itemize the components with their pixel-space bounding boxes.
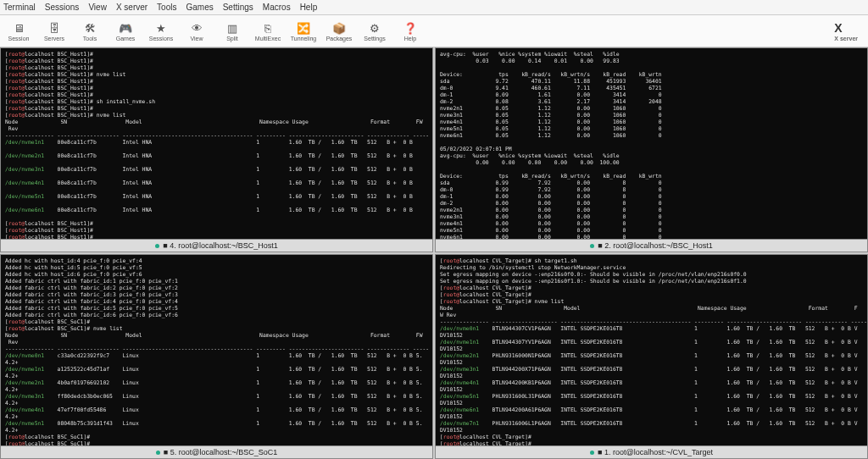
tool-label: Help [404, 36, 416, 41]
tool-label: Servers [44, 36, 64, 41]
split-icon: ▥ [225, 20, 240, 36]
help-icon: ❓ [403, 20, 418, 36]
tool-label: Games [116, 36, 136, 41]
view-icon: 👁 [189, 20, 204, 36]
pane-title[interactable]: ■ 2. root@localhost:~/BSC_Host1 [436, 239, 867, 252]
tool-label: Tunneling [291, 36, 317, 41]
multiexec-icon: ⎘ [260, 20, 275, 36]
tool-label: MultiExec [255, 36, 281, 41]
packages-button[interactable]: 📦Packages [324, 16, 354, 47]
tools-button[interactable]: 🛠Tools [75, 16, 105, 47]
menu-view[interactable]: View [88, 3, 107, 12]
session-button[interactable]: 🖥Session [3, 16, 34, 47]
settings-button[interactable]: ⚙Settings [359, 16, 390, 47]
multiexec-button[interactable]: ⎘MultiExec [253, 16, 283, 47]
packages-icon: 📦 [331, 20, 347, 36]
tool-label: Tools [83, 36, 97, 41]
menu-x-server[interactable]: X server [116, 3, 147, 12]
menubar: TerminalSessionsViewX serverToolsGamesSe… [0, 0, 868, 15]
terminal-output: [root@localhost BSC_Host1]# [root@localh… [1, 48, 432, 239]
pane-title[interactable]: ■ 5. root@localhost:~/BSC_SoC1 [1, 445, 432, 458]
tool-label: Sessions [149, 36, 173, 41]
pane-title[interactable]: ■ 4. root@localhost:~/BSC_Host1 [1, 239, 432, 252]
pane-bsc-host1-iostat[interactable]: avg-cpu: %user %nice %system %iowait %st… [435, 47, 868, 252]
terminal-output: avg-cpu: %user %nice %system %iowait %st… [436, 48, 867, 239]
games-icon: 🎮 [118, 20, 133, 36]
tunneling-icon: 🔀 [296, 20, 311, 36]
pane-cvl-target[interactable]: [root@localhost CVL_Target]# sh target1.… [435, 254, 868, 459]
xserver-close-button[interactable]: XX server [827, 20, 865, 41]
split-button[interactable]: ▥Split [217, 16, 248, 47]
menu-terminal[interactable]: Terminal [3, 3, 36, 12]
servers-icon: 🗄 [47, 20, 62, 36]
menu-games[interactable]: Games [186, 3, 213, 12]
tool-label: Packages [326, 36, 353, 41]
settings-icon: ⚙ [367, 20, 382, 36]
tool-label: Settings [364, 36, 385, 41]
tool-label: Split [226, 36, 238, 41]
session-icon: 🖥 [11, 20, 26, 36]
toolbar: 🖥Session🗄Servers🛠Tools🎮Games★Sessions👁Vi… [0, 15, 868, 47]
sessions-button[interactable]: ★Sessions [146, 16, 176, 47]
terminal-panes: [root@localhost BSC_Host1]# [root@localh… [0, 47, 868, 459]
view-button[interactable]: 👁View [181, 16, 212, 47]
tunneling-button[interactable]: 🔀Tunneling [288, 16, 319, 47]
games-button[interactable]: 🎮Games [110, 16, 141, 47]
pane-title-text: ■ 5. root@localhost:~/BSC_SoC1 [164, 448, 277, 456]
tool-label: Session [8, 36, 30, 41]
pane-bsc-host1-nvme[interactable]: [root@localhost BSC_Host1]# [root@localh… [0, 47, 433, 252]
help-button[interactable]: ❓Help [395, 16, 426, 47]
menu-settings[interactable]: Settings [223, 3, 253, 12]
pane-title[interactable]: ■ 1. root@localhost:~/CVL_Target [436, 445, 867, 458]
menu-macros[interactable]: Macros [263, 3, 291, 12]
menu-sessions[interactable]: Sessions [45, 3, 80, 12]
tool-label: View [190, 36, 203, 41]
terminal-output: Added hc with host_id:4 pcie_f:0 pcie_vf… [1, 255, 432, 445]
terminal-output: [root@localhost CVL_Target]# sh target1.… [436, 255, 867, 445]
pane-title-text: ■ 2. root@localhost:~/BSC_Host1 [598, 241, 712, 250]
pane-title-text: ■ 1. root@localhost:~/CVL_Target [598, 448, 713, 456]
servers-button[interactable]: 🗄Servers [39, 16, 70, 47]
menu-help[interactable]: Help [300, 3, 318, 12]
sessions-icon: ★ [153, 20, 169, 36]
menu-tools[interactable]: Tools [157, 3, 176, 12]
pane-title-text: ■ 4. root@localhost:~/BSC_Host1 [163, 241, 277, 250]
tools-icon: 🛠 [82, 20, 97, 36]
pane-bsc-soc1[interactable]: Added hc with host_id:4 pcie_f:0 pcie_vf… [0, 254, 433, 459]
